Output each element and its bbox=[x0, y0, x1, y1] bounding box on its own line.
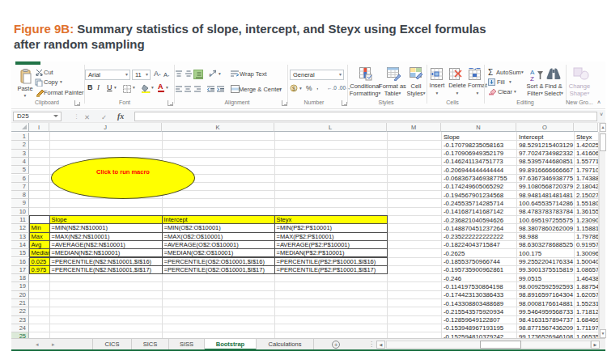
row-header-16[interactable]: 16 bbox=[11, 258, 29, 266]
clipboard-dialog-launcher-icon[interactable] bbox=[74, 100, 80, 106]
shrink-font-icon[interactable]: A˕ bbox=[163, 71, 170, 78]
middle-align-icon[interactable] bbox=[185, 70, 192, 77]
wrap-text-button[interactable]: Wrap Text bbox=[240, 70, 267, 78]
cell-value[interactable]: 1.23090 bbox=[576, 217, 598, 225]
sort-filter-icon[interactable]: AZ bbox=[530, 68, 544, 82]
cell-value[interactable]: 1.08657 bbox=[576, 266, 598, 274]
sheet-tab-siss[interactable]: SISS bbox=[169, 339, 205, 350]
format-button[interactable]: Format ▾ bbox=[465, 83, 490, 97]
cell-value[interactable]: 98.4783783783784 bbox=[519, 208, 574, 216]
cell-value[interactable]: 99.1080568720379 bbox=[519, 183, 574, 191]
row-header-7[interactable]: 7 bbox=[11, 183, 29, 191]
row-header-25[interactable]: 25 bbox=[11, 332, 29, 338]
clear-icon[interactable] bbox=[488, 88, 496, 95]
row-header-20[interactable]: 20 bbox=[11, 291, 29, 299]
cell-value[interactable]: -0.143308803488689 bbox=[444, 300, 516, 308]
sheet-tab-bootstrap[interactable]: Bootstrap bbox=[205, 339, 257, 350]
autosum-button[interactable]: AutoSum bbox=[496, 69, 521, 76]
format-cells-icon[interactable] bbox=[469, 68, 481, 80]
delete-dropdown-icon[interactable]: ▾ bbox=[456, 91, 459, 95]
cell-value[interactable]: 100.175 bbox=[519, 250, 574, 258]
row-header-6[interactable]: 6 bbox=[11, 175, 29, 183]
cell-value[interactable]: -0.153948967193195 bbox=[444, 324, 516, 332]
cell-value[interactable]: 1.55180 bbox=[576, 200, 598, 208]
cell-value[interactable]: 1.42025 bbox=[576, 142, 598, 150]
cell-value[interactable]: 97.7024734982332 bbox=[519, 150, 574, 158]
font-name-dropdown-icon[interactable]: ▾ bbox=[125, 70, 128, 79]
select-all-corner[interactable] bbox=[11, 123, 29, 132]
align-right-icon[interactable] bbox=[194, 86, 201, 92]
column-header-O[interactable]: O bbox=[516, 123, 574, 132]
paste-dropdown-icon[interactable]: ▾ bbox=[24, 93, 27, 98]
fill-icon[interactable] bbox=[488, 78, 495, 86]
next-sheet-icon[interactable]: ▸ bbox=[52, 341, 55, 348]
merge-center-dropdown-icon[interactable]: ▾ bbox=[279, 87, 282, 91]
row-header-15[interactable]: 15 bbox=[11, 249, 29, 257]
cell-data-header[interactable]: Steyx bbox=[576, 133, 598, 142]
sheet-tab-cics[interactable]: CICS bbox=[92, 339, 132, 350]
cell-value[interactable]: -0.18224043715847 bbox=[444, 241, 516, 249]
cell-value[interactable]: 98.0092592592593 bbox=[519, 283, 574, 291]
font-size-combo[interactable]: 11▾ bbox=[132, 70, 151, 80]
cell-value[interactable]: -0.141687141687142 bbox=[444, 208, 516, 216]
cell-value[interactable]: 98.4163157894737 bbox=[519, 316, 574, 324]
cell-value[interactable]: 98.5291215403129 bbox=[519, 142, 574, 150]
font-color-icon[interactable]: A bbox=[158, 83, 163, 91]
new-sheet-icon[interactable]: + bbox=[332, 341, 340, 349]
row-header-11[interactable]: 11 bbox=[11, 216, 29, 224]
fill-dropdown-icon[interactable]: ▾ bbox=[509, 79, 511, 84]
paste-button[interactable]: Paste ▾ bbox=[14, 85, 36, 99]
name-box-dropdown-icon[interactable] bbox=[53, 115, 58, 117]
cell-value[interactable]: 1.41606 bbox=[576, 150, 598, 158]
cell-value[interactable]: 1.15881 bbox=[576, 225, 598, 233]
number-format-dropdown-icon[interactable]: ▾ bbox=[339, 70, 342, 79]
borders-dropdown-icon[interactable]: ▾ bbox=[133, 85, 135, 90]
cell-value[interactable]: 1.88754 bbox=[576, 283, 598, 291]
font-color-dropdown-icon[interactable]: ▾ bbox=[166, 85, 168, 90]
percent-style-button[interactable]: % bbox=[306, 84, 312, 92]
conditional-formatting-icon[interactable] bbox=[359, 67, 372, 81]
cell-value[interactable]: 99.3001375515819 bbox=[519, 266, 574, 274]
row-header-4[interactable]: 4 bbox=[11, 158, 29, 166]
cell-value[interactable]: 99.8916666666667 bbox=[519, 167, 574, 175]
cell-value[interactable]: 98.0008176614881 bbox=[519, 300, 574, 308]
number-format-combo[interactable]: General▾ bbox=[290, 70, 344, 80]
increase-indent-icon[interactable] bbox=[217, 86, 224, 92]
clear-button[interactable]: Clear bbox=[498, 88, 512, 95]
insert-function-icon[interactable]: fx bbox=[117, 112, 124, 121]
insert-dropdown-icon[interactable]: ▾ bbox=[436, 91, 439, 95]
row-header-18[interactable]: 18 bbox=[11, 274, 29, 282]
row-header-22[interactable]: 22 bbox=[11, 307, 29, 315]
summary-formula-cell[interactable]: =PERCENTILE(N$2:N$10001,$I$17) bbox=[49, 265, 163, 274]
cell-value[interactable]: 98.3807860262009 bbox=[519, 225, 574, 233]
row-header-1[interactable]: 1 bbox=[11, 133, 29, 141]
format-dropdown-icon[interactable]: ▾ bbox=[477, 91, 479, 95]
cell-value[interactable]: -0.236821040594626 bbox=[444, 217, 516, 225]
cell-value[interactable]: 1.68469 bbox=[576, 316, 598, 324]
alignment-dialog-launcher-icon[interactable] bbox=[282, 100, 287, 106]
cell-value[interactable]: 98.8916597164304 bbox=[519, 291, 574, 299]
copy-button[interactable]: Copy bbox=[44, 78, 58, 86]
cancel-icon[interactable]: ✕ bbox=[84, 113, 90, 121]
clear-dropdown-icon[interactable]: ▾ bbox=[514, 89, 516, 94]
column-header-p-offscreen[interactable] bbox=[574, 123, 598, 132]
sheet-tab-sics[interactable]: SICS bbox=[132, 339, 169, 350]
horizontal-scrollbar-thumb[interactable] bbox=[480, 341, 521, 349]
row-header-19[interactable]: 19 bbox=[11, 282, 29, 290]
wrap-text-icon[interactable] bbox=[231, 70, 239, 78]
row-header-17[interactable]: 17 bbox=[11, 266, 29, 274]
find-select-button[interactable]: Find & Select▾ bbox=[540, 83, 567, 98]
cell-value[interactable]: 97.6367346938775 bbox=[519, 175, 574, 183]
format-as-table-icon[interactable] bbox=[387, 67, 401, 81]
cell-value[interactable]: 1.62057 bbox=[576, 291, 598, 299]
cell-value[interactable]: 1.79710 bbox=[576, 167, 598, 175]
fill-color-icon[interactable] bbox=[142, 84, 151, 93]
prev-sheet-icon[interactable]: ◂ bbox=[36, 341, 39, 348]
expand-formula-bar-icon[interactable]: ˅ bbox=[600, 112, 603, 117]
font-dialog-launcher-icon[interactable] bbox=[168, 100, 173, 106]
cell-value[interactable]: 2.18042 bbox=[576, 183, 598, 191]
hscroll-right-icon[interactable]: ▶ bbox=[591, 341, 600, 349]
font-size-dropdown-icon[interactable]: ▾ bbox=[146, 70, 148, 79]
cell-value[interactable]: -0.170798235058163 bbox=[444, 142, 516, 150]
cell-value[interactable]: -0.235222222222222 bbox=[444, 233, 516, 241]
